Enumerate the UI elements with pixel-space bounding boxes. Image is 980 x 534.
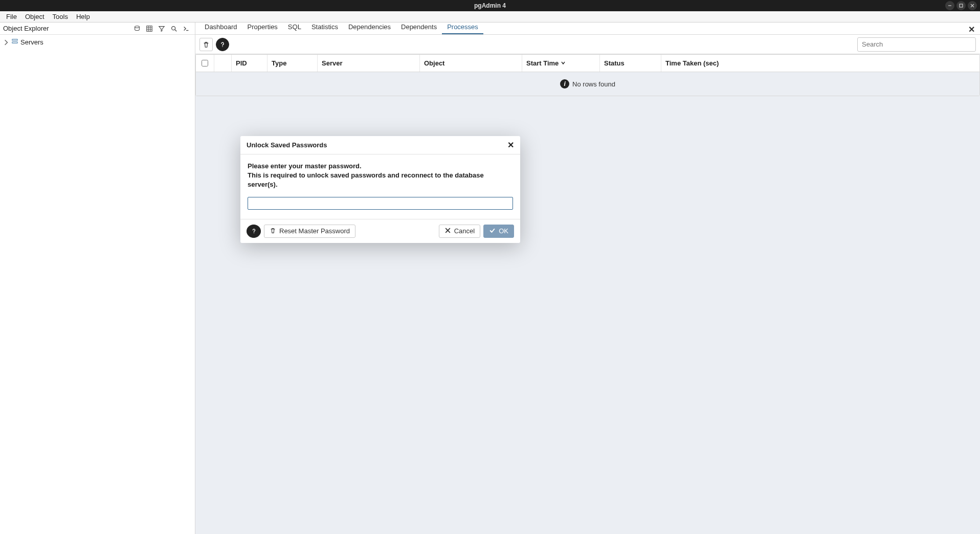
info-icon: i: [560, 79, 569, 88]
search-input[interactable]: [857, 37, 976, 52]
column-type[interactable]: Type: [268, 55, 318, 72]
ok-button[interactable]: OK: [483, 225, 514, 238]
svg-point-15: [222, 46, 223, 47]
cancel-button[interactable]: Cancel: [439, 225, 480, 238]
svg-point-4: [135, 26, 140, 28]
column-start-time-label: Start Time: [526, 59, 559, 67]
dialog-body: Please enter your master password. This …: [240, 154, 520, 219]
column-object[interactable]: Object: [420, 55, 522, 72]
close-icon: [444, 227, 451, 235]
tab-statistics[interactable]: Statistics: [306, 21, 343, 34]
column-actions: [214, 55, 232, 72]
object-tree: Servers: [0, 35, 195, 534]
query-tool-icon[interactable]: [131, 23, 143, 34]
dialog-close-button[interactable]: ✕: [507, 140, 514, 150]
window-minimize-button[interactable]: [945, 1, 954, 10]
menubar: File Object Tools Help: [0, 11, 980, 23]
filter-rows-icon[interactable]: [156, 23, 167, 34]
svg-rect-14: [12, 42, 18, 43]
dialog-footer: Reset Master Password Cancel OK: [240, 219, 520, 243]
view-data-icon[interactable]: [144, 23, 155, 34]
window-titlebar: pgAdmin 4: [0, 0, 980, 11]
column-time-taken[interactable]: Time Taken (sec): [661, 55, 979, 72]
reset-button-label: Reset Master Password: [279, 227, 350, 235]
svg-rect-13: [12, 39, 18, 41]
dialog-title: Unlock Saved Passwords: [247, 141, 327, 149]
search-objects-icon[interactable]: [168, 23, 180, 34]
menu-help[interactable]: Help: [72, 11, 94, 22]
check-icon: [489, 227, 496, 235]
sort-desc-icon: [561, 59, 566, 67]
server-group-icon: [11, 38, 18, 47]
svg-point-10: [172, 26, 175, 30]
chevron-right-icon: [3, 39, 9, 46]
column-pid[interactable]: PID: [232, 55, 268, 72]
object-explorer-toolbar: [131, 23, 192, 34]
svg-line-11: [175, 29, 177, 31]
ok-button-label: OK: [499, 227, 508, 235]
svg-rect-5: [147, 26, 152, 31]
menu-tools[interactable]: Tools: [49, 11, 72, 22]
trash-icon: [270, 227, 276, 235]
object-explorer-title: Object Explorer: [3, 25, 49, 32]
cancel-button-label: Cancel: [454, 227, 475, 235]
tab-dependencies[interactable]: Dependencies: [343, 21, 396, 34]
window-maximize-button[interactable]: [956, 1, 966, 10]
empty-text: No rows found: [572, 80, 615, 88]
psql-tool-icon[interactable]: [181, 23, 192, 34]
dialog-message-1: Please enter your master password.: [248, 162, 513, 171]
window-controls: [945, 1, 977, 10]
reset-master-password-button[interactable]: Reset Master Password: [264, 225, 355, 238]
svg-point-16: [253, 232, 254, 233]
table-empty-state: i No rows found: [196, 72, 979, 96]
column-status[interactable]: Status: [600, 55, 661, 72]
close-panel-icon[interactable]: ✕: [968, 25, 975, 34]
tab-dashboard[interactable]: Dashboard: [199, 21, 242, 34]
delete-button[interactable]: [199, 38, 213, 51]
processes-toolbar: [195, 35, 980, 54]
help-button[interactable]: [216, 38, 229, 51]
column-start-time[interactable]: Start Time: [522, 55, 600, 72]
object-explorer-header: Object Explorer: [0, 23, 195, 35]
tab-processes[interactable]: Processes: [442, 21, 483, 34]
svg-rect-1: [960, 4, 963, 7]
table-header-row: PID Type Server Object Start Time Status…: [196, 55, 979, 72]
tab-sql[interactable]: SQL: [283, 21, 306, 34]
select-all-checkbox[interactable]: [202, 60, 208, 66]
main-tabstrip: Dashboard Properties SQL Statistics Depe…: [195, 23, 980, 35]
column-server[interactable]: Server: [318, 55, 420, 72]
column-select-all[interactable]: [196, 55, 214, 72]
processes-table: PID Type Server Object Start Time Status…: [195, 54, 980, 96]
dialog-header: Unlock Saved Passwords ✕: [240, 136, 520, 154]
main-area: Dashboard Properties SQL Statistics Depe…: [195, 23, 980, 534]
object-explorer-panel: Object Explorer: [0, 23, 195, 534]
dialog-message-2: This is required to unlock saved passwor…: [248, 171, 513, 189]
tree-node-servers[interactable]: Servers: [0, 37, 195, 48]
tree-node-label: Servers: [20, 38, 43, 46]
menu-file[interactable]: File: [2, 11, 21, 22]
menu-object[interactable]: Object: [21, 11, 49, 22]
master-password-input[interactable]: [248, 197, 513, 210]
tab-dependents[interactable]: Dependents: [396, 21, 442, 34]
tab-properties[interactable]: Properties: [242, 21, 283, 34]
window-close-button[interactable]: [968, 1, 977, 10]
dialog-help-button[interactable]: [247, 225, 261, 238]
window-title: pgAdmin 4: [474, 2, 506, 9]
unlock-password-dialog: Unlock Saved Passwords ✕ Please enter yo…: [240, 136, 520, 243]
